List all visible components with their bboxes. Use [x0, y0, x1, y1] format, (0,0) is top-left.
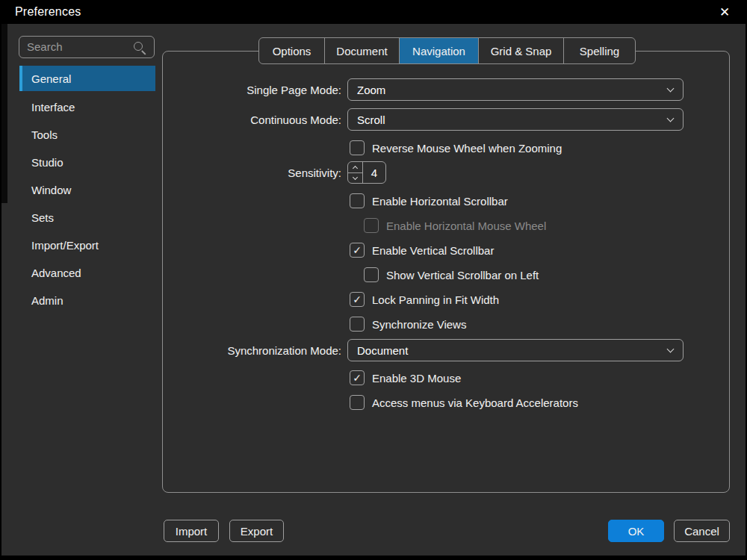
close-button[interactable]: ✕: [710, 0, 740, 24]
enable-horizontal-scrollbar-checkbox[interactable]: [350, 193, 365, 208]
sidebar-item-admin[interactable]: Admin: [19, 287, 155, 314]
show-vertical-scrollbar-left-label: Show Vertical Scrollbar on Left: [386, 269, 539, 281]
export-button[interactable]: Export: [229, 520, 284, 542]
chevron-down-icon: [667, 85, 675, 93]
enable-horizontal-mouse-wheel-label: Enable Horizontal Mouse Wheel: [386, 220, 546, 232]
titlebar: Preferences ✕: [1, 0, 746, 24]
lock-panning-fit-width-label: Lock Panning in Fit Width: [372, 293, 499, 306]
single-page-mode-value: Zoom: [357, 84, 385, 96]
lock-panning-fit-width-row: ✓ Lock Panning in Fit Width: [350, 292, 729, 307]
synchronization-mode-value: Document: [357, 344, 408, 357]
single-page-mode-select[interactable]: Zoom: [347, 78, 684, 101]
tab-navigation[interactable]: Navigation: [400, 38, 479, 63]
single-page-mode-row: Single Page Mode: Zoom: [163, 78, 729, 101]
stepper-down-button[interactable]: [348, 173, 362, 184]
enable-horizontal-scrollbar-label: Enable Horizontal Scrollbar: [372, 195, 508, 208]
window-bottom-edge: [1, 556, 746, 560]
sensitivity-row: Sensitivity: 4: [163, 161, 729, 184]
single-page-mode-label: Single Page Mode:: [163, 84, 341, 96]
sidebar-item-import-export[interactable]: Import/Export: [19, 231, 155, 259]
cancel-button[interactable]: Cancel: [674, 520, 730, 542]
enable-vertical-scrollbar-checkbox[interactable]: ✓: [350, 243, 365, 258]
stepper-up-button[interactable]: [348, 162, 362, 173]
navigation-settings-panel: Single Page Mode: Zoom Continuous Mode: …: [162, 51, 730, 493]
sidebar-item-tools[interactable]: Tools: [19, 121, 155, 149]
sidebar-item-interface[interactable]: Interface: [19, 93, 155, 121]
import-button[interactable]: Import: [164, 520, 219, 542]
search-icon: [133, 41, 146, 55]
chevron-down-icon: [353, 175, 358, 180]
search-placeholder: Search: [27, 40, 63, 53]
tab-grid-snap[interactable]: Grid & Snap: [479, 38, 564, 63]
synchronize-views-label: Synchronize Views: [372, 318, 466, 331]
dialog-title: Preferences: [15, 5, 81, 19]
reverse-mouse-wheel-label: Reverse Mouse Wheel when Zooming: [372, 142, 562, 155]
tab-document[interactable]: Document: [325, 38, 400, 63]
continuous-mode-value: Scroll: [357, 113, 385, 126]
close-icon: ✕: [719, 4, 730, 20]
sidebar-item-studio[interactable]: Studio: [19, 149, 155, 176]
enable-3d-mouse-row: ✓ Enable 3D Mouse: [350, 370, 729, 385]
synchronize-views-checkbox[interactable]: [350, 317, 365, 332]
chevron-up-icon: [353, 166, 358, 171]
continuous-mode-select[interactable]: Scroll: [347, 108, 684, 131]
settings-tabbar: Options Document Navigation Grid & Snap …: [258, 37, 636, 64]
sidebar-item-advanced[interactable]: Advanced: [19, 259, 155, 287]
keyboard-accelerators-row: Access menus via Keyboard Accelerators: [350, 395, 729, 410]
keyboard-accelerators-checkbox[interactable]: [350, 395, 365, 410]
synchronization-mode-row: Synchronization Mode: Document: [163, 339, 729, 361]
preferences-dialog: Preferences ✕ Search General Interface T…: [0, 0, 747, 560]
continuous-mode-label: Continuous Mode:: [163, 113, 341, 126]
enable-3d-mouse-checkbox[interactable]: ✓: [350, 370, 365, 385]
synchronization-mode-select[interactable]: Document: [347, 339, 684, 361]
reverse-mouse-wheel-row: Reverse Mouse Wheel when Zooming: [350, 140, 729, 155]
check-icon: ✓: [353, 294, 362, 305]
enable-vertical-scrollbar-label: Enable Vertical Scrollbar: [372, 244, 494, 257]
sensitivity-value[interactable]: 4: [363, 162, 385, 183]
synchronize-views-row: Synchronize Views: [350, 317, 729, 332]
check-icon: ✓: [353, 245, 362, 255]
sidebar-nav: General Interface Tools Studio Window Se…: [19, 66, 155, 314]
sensitivity-stepper: 4: [347, 161, 386, 184]
enable-3d-mouse-label: Enable 3D Mouse: [372, 372, 461, 385]
continuous-mode-row: Continuous Mode: Scroll: [163, 108, 729, 131]
tab-spelling[interactable]: Spelling: [564, 38, 635, 63]
chevron-down-icon: [667, 346, 675, 353]
edge-shadow: [1, 24, 7, 203]
enable-horizontal-scrollbar-row: Enable Horizontal Scrollbar: [350, 193, 729, 208]
show-vertical-scrollbar-left-row: Show Vertical Scrollbar on Left: [364, 267, 729, 282]
synchronization-mode-label: Synchronization Mode:: [163, 344, 341, 357]
enable-horizontal-mouse-wheel-checkbox: [364, 218, 379, 233]
sensitivity-label: Sensitivity:: [163, 167, 341, 179]
sidebar-item-general[interactable]: General: [19, 66, 155, 91]
dialog-footer: Import Export OK Cancel: [164, 520, 730, 542]
sidebar-item-window[interactable]: Window: [19, 176, 155, 204]
enable-vertical-scrollbar-row: ✓ Enable Vertical Scrollbar: [350, 243, 729, 258]
lock-panning-fit-width-checkbox[interactable]: ✓: [350, 292, 365, 307]
chevron-down-icon: [667, 115, 675, 122]
search-input[interactable]: Search: [19, 36, 155, 58]
enable-horizontal-mouse-wheel-row: Enable Horizontal Mouse Wheel: [364, 218, 729, 233]
show-vertical-scrollbar-left-checkbox[interactable]: [364, 267, 379, 282]
check-icon: ✓: [353, 373, 362, 383]
ok-button[interactable]: OK: [608, 520, 664, 542]
tab-options[interactable]: Options: [259, 38, 325, 63]
stepper-arrows: [348, 162, 363, 183]
reverse-mouse-wheel-checkbox[interactable]: [350, 140, 365, 155]
keyboard-accelerators-label: Access menus via Keyboard Accelerators: [372, 396, 578, 409]
sidebar-item-sets[interactable]: Sets: [19, 204, 155, 231]
